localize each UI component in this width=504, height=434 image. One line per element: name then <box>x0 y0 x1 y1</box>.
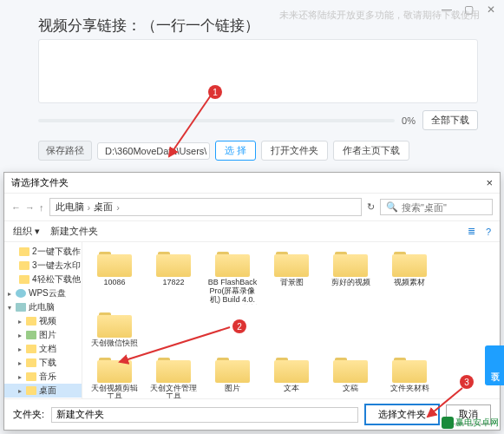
tree-item[interactable]: ▸WPS云盘 <box>4 286 82 300</box>
download-all-button[interactable]: 全部下载 <box>422 110 478 130</box>
progress-bar <box>38 119 395 122</box>
folder-item[interactable]: 天创文件管理工具 <box>147 353 200 398</box>
side-download-tab[interactable]: 下载 <box>485 345 504 385</box>
author-download-button[interactable]: 作者主页下载 <box>333 141 409 161</box>
breadcrumb-desktop[interactable]: 桌面 <box>94 201 113 214</box>
select-folder-button[interactable]: 选择文件夹 <box>365 404 439 424</box>
tree-item[interactable]: ▾此电脑 <box>4 300 82 314</box>
tree-item[interactable]: ▸桌面 <box>4 384 82 398</box>
breadcrumb-pc[interactable]: 此电脑 <box>56 201 84 214</box>
save-path-label: 保存路径 <box>38 141 92 161</box>
progress-percent: 0% <box>402 115 416 126</box>
folder-item[interactable]: BB FlashBack Pro(屏幕录像机) Build 4.0.1.2421… <box>206 247 259 306</box>
folder-name-input[interactable] <box>51 407 358 423</box>
tree-item[interactable]: ▸下载 <box>4 356 82 370</box>
help-icon[interactable]: ? <box>486 227 491 237</box>
save-path-value[interactable]: D:\360MoveData\Users\ <box>97 142 210 160</box>
folder-item[interactable]: 10086 <box>88 247 141 306</box>
new-folder-button[interactable]: 新建文件夹 <box>50 225 98 238</box>
hint-text: 未来还将陆续开放更多功能，敬请期待下载使用 <box>279 9 480 22</box>
select-path-button[interactable]: 选 择 <box>215 141 256 161</box>
nav-back-icon[interactable]: ← <box>11 202 21 213</box>
folder-dialog: 请选择文件夹 × ← → ↑ 此电脑 › 桌面 › ↻ 🔍 组织 ▾ 新建文件夹… <box>3 172 501 431</box>
address-bar[interactable]: 此电脑 › 桌面 › <box>49 198 363 216</box>
folder-item[interactable]: 剪好的视频 <box>324 247 377 306</box>
url-textarea[interactable] <box>38 39 478 103</box>
main-panel: 未来还将陆续开放更多功能，敬请期待下载使用 视频分享链接：（一行一个链接） 0%… <box>19 10 497 161</box>
folder-name-label: 文件夹: <box>13 408 44 421</box>
folder-item[interactable]: 天创视频剪辑工具 <box>88 353 141 398</box>
organize-menu[interactable]: 组织 ▾ <box>13 225 40 238</box>
tree-item[interactable]: 2一键下载作 <box>4 245 82 259</box>
folder-item[interactable]: 文件夹材料 <box>383 353 436 398</box>
tree-item[interactable]: 4轻松下载他 <box>4 273 82 286</box>
tree-item[interactable]: ▸文档 <box>4 342 82 356</box>
view-icon[interactable]: ≣ <box>468 226 475 237</box>
nav-up-icon[interactable]: ↑ <box>39 202 44 213</box>
tree-item[interactable]: ▸图片 <box>4 328 82 342</box>
tree-item[interactable]: ▸音乐 <box>4 370 82 384</box>
folder-item[interactable]: 图片 <box>206 353 259 398</box>
refresh-icon[interactable]: ↻ <box>367 201 375 213</box>
search-box[interactable]: 🔍 <box>380 199 493 215</box>
search-icon: 🔍 <box>386 201 398 213</box>
search-input[interactable] <box>402 202 487 213</box>
folder-item[interactable]: 背景图 <box>265 247 318 306</box>
open-folder-button[interactable]: 打开文件夹 <box>261 141 328 161</box>
nav-forward-icon[interactable]: → <box>25 202 35 213</box>
dialog-title: 请选择文件夹 <box>11 176 69 189</box>
folder-item[interactable]: 17822 <box>147 247 200 306</box>
tree-item[interactable]: ▸视频 <box>4 314 82 328</box>
folder-item[interactable]: 文本 <box>265 353 318 398</box>
folder-item[interactable]: 视频素材 <box>383 247 436 306</box>
folder-item[interactable]: 文稿 <box>324 353 377 398</box>
tree-item[interactable]: 3一键去水印 <box>4 259 82 273</box>
folder-tree[interactable]: 2一键下载作3一键去水印4轻松下载他▸WPS云盘▾此电脑▸视频▸图片▸文档▸下载… <box>4 242 82 398</box>
watermark: 赢电安卓网 <box>442 417 499 429</box>
folder-item[interactable]: 天创微信快照 <box>88 308 141 350</box>
dialog-close-button[interactable]: × <box>486 176 493 189</box>
folder-view[interactable]: 1008617822BB FlashBack Pro(屏幕录像机) Build … <box>82 242 500 398</box>
